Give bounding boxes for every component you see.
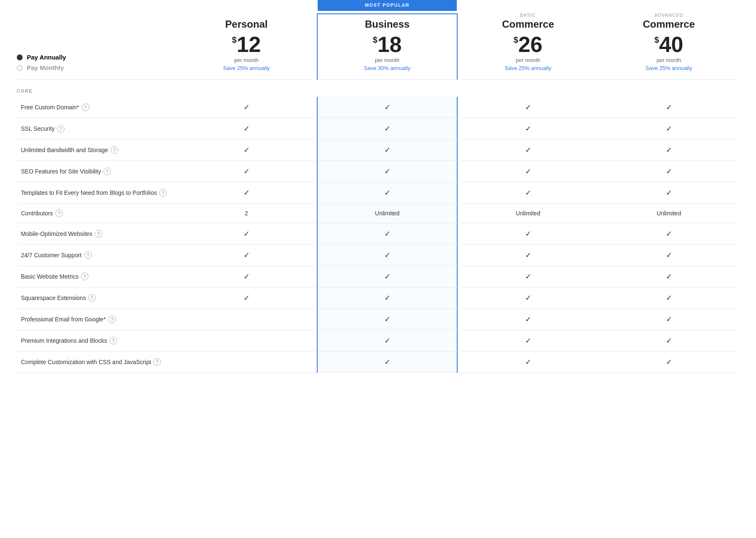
plan-personal-header: Personal $ 12 per month Save 25% annuall…	[176, 14, 317, 80]
feature-value-cell: ✓	[458, 266, 598, 287]
feature-value-cell: 2	[176, 204, 317, 223]
feature-value-cell: ✓	[458, 309, 598, 330]
feature-label-text: Professional Email from Google*	[21, 316, 106, 323]
feature-value-cell: ✓	[176, 161, 317, 182]
help-icon[interactable]: ?	[57, 125, 65, 132]
feature-value-cell: ✓	[176, 287, 317, 309]
feature-value-cell: ✓	[176, 182, 317, 204]
check-icon: ✓	[243, 272, 250, 281]
help-icon[interactable]: ?	[108, 316, 116, 323]
check-icon: ✓	[525, 103, 531, 112]
section-core-header: CORE	[17, 80, 739, 97]
check-icon: ✓	[666, 167, 672, 176]
feature-label-text: Unlimited Bandwidth and Storage	[21, 147, 108, 153]
pay-annually-option[interactable]: Pay Annually	[17, 54, 176, 61]
feature-value-text: Unlimited	[516, 210, 540, 217]
feature-value-cell: ✓	[317, 161, 458, 182]
check-icon: ✓	[384, 272, 391, 281]
help-icon[interactable]: ?	[153, 358, 161, 366]
check-icon: ✓	[666, 229, 672, 238]
advanced-commerce-price-amount: 40	[659, 34, 684, 55]
check-icon: ✓	[525, 188, 531, 197]
feature-value-cell: Unlimited	[598, 204, 739, 223]
help-icon[interactable]: ?	[109, 337, 117, 344]
check-icon: ✓	[666, 251, 672, 260]
advanced-commerce-plan-name: Commerce	[607, 18, 731, 30]
feature-value-cell: ✓	[317, 118, 458, 140]
feature-value-cell: ✓	[176, 266, 317, 287]
feature-value-cell: ✓	[458, 118, 598, 140]
feature-label-text: Complete Customization with CSS and Java…	[21, 359, 151, 365]
feature-value-cell: ✓	[598, 118, 739, 140]
feature-value-cell: ✓	[598, 309, 739, 330]
feature-value-cell: ✓	[458, 182, 598, 204]
feature-label-cell: Professional Email from Google*?	[17, 309, 176, 330]
feature-value-cell: ✓	[317, 245, 458, 266]
radio-monthly-icon	[17, 65, 23, 71]
basic-commerce-save: Save 25% annually	[466, 65, 590, 71]
check-icon: ✓	[666, 315, 672, 324]
personal-plan-name: Personal	[184, 18, 308, 30]
feature-value-cell: ✓	[317, 266, 458, 287]
advanced-commerce-price-dollar: $	[655, 35, 659, 45]
check-icon: ✓	[384, 336, 391, 345]
feature-value-cell: ✓	[176, 245, 317, 266]
help-icon[interactable]: ?	[82, 103, 89, 111]
feature-label-cell: Free Custom Domain*?	[17, 97, 176, 118]
check-icon: ✓	[525, 145, 531, 155]
check-icon: ✓	[384, 251, 391, 260]
feature-label-text: SEO Features for Site Visibility	[21, 168, 101, 175]
feature-value-cell: ✓	[317, 309, 458, 330]
feature-value-cell: ✓	[458, 161, 598, 182]
billing-options: Pay Annually Pay Monthly	[17, 45, 176, 80]
check-icon: ✓	[666, 336, 672, 345]
feature-value-cell: ✓	[458, 245, 598, 266]
check-icon: ✓	[525, 167, 531, 176]
business-plan-name: Business	[326, 18, 448, 30]
feature-value-cell: ✓	[317, 287, 458, 309]
check-icon: ✓	[666, 103, 672, 112]
check-icon: ✓	[666, 357, 672, 367]
basic-commerce-sub-label: BASIC	[466, 13, 590, 18]
feature-label-text: Free Custom Domain*	[21, 104, 79, 111]
check-icon: ✓	[666, 293, 672, 303]
pay-monthly-option[interactable]: Pay Monthly	[17, 64, 176, 71]
personal-save: Save 25% annually	[184, 65, 308, 71]
help-icon[interactable]: ?	[84, 251, 92, 259]
business-price-amount: 18	[378, 34, 402, 55]
feature-value-cell: ✓	[176, 223, 317, 245]
check-icon: ✓	[384, 229, 391, 238]
help-icon[interactable]: ?	[104, 168, 111, 175]
check-icon: ✓	[525, 251, 531, 260]
feature-label-cell: 24/7 Customer Support?	[17, 245, 176, 266]
personal-per-month: per month	[184, 57, 308, 63]
help-icon[interactable]: ?	[111, 146, 118, 154]
basic-commerce-per-month: per month	[466, 57, 590, 63]
feature-value-cell: ✓	[458, 140, 598, 161]
feature-label-text: Basic Website Metrics	[21, 273, 78, 280]
help-icon[interactable]: ?	[159, 189, 167, 197]
feature-value-cell: Unlimited	[317, 204, 458, 223]
feature-label-text: Squarespace Extensions	[21, 295, 86, 301]
check-icon: ✓	[525, 229, 531, 238]
feature-label-text: Premium Integrations and Blocks	[21, 337, 107, 344]
basic-commerce-price-amount: 26	[518, 34, 543, 55]
help-icon[interactable]: ?	[55, 210, 63, 217]
help-icon[interactable]: ?	[95, 230, 102, 238]
help-icon[interactable]: ?	[88, 294, 96, 302]
check-icon: ✓	[384, 103, 391, 112]
pay-monthly-label: Pay Monthly	[27, 64, 64, 71]
check-icon: ✓	[666, 188, 672, 197]
check-icon: ✓	[384, 167, 391, 176]
plan-advanced-commerce-header: ADVANCED Commerce $ 40 per month Save 25…	[598, 8, 739, 80]
check-icon: ✓	[525, 315, 531, 324]
feature-value-cell: ✓	[317, 182, 458, 204]
pricing-table: Pay Annually Pay Monthly Personal $ 12 p…	[0, 0, 756, 381]
feature-value-cell: ✓	[598, 330, 739, 352]
feature-value-text: 2	[245, 210, 248, 217]
advanced-commerce-sub-label: ADVANCED	[607, 13, 731, 18]
feature-value-cell: ✓	[598, 97, 739, 118]
check-icon: ✓	[243, 103, 250, 112]
help-icon[interactable]: ?	[81, 273, 88, 280]
check-icon: ✓	[243, 293, 250, 303]
